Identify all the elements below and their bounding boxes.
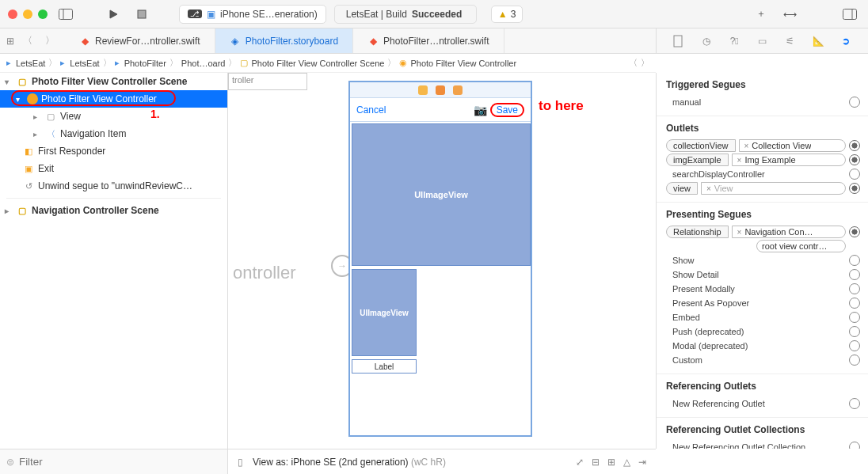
- crumb-item[interactable]: Phot…oard: [181, 59, 226, 68]
- save-button[interactable]: Save: [497, 104, 518, 116]
- ref-outlet-new[interactable]: New Referencing Outlet: [666, 396, 860, 411]
- identity-inspector-tab[interactable]: ▭: [754, 33, 770, 49]
- outline-exit-row[interactable]: ▣ Exit: [0, 160, 227, 177]
- view-controller-canvas[interactable]: Cancel 📷 Save UIImageView UIImageView La…: [348, 81, 532, 437]
- size-inspector-tab[interactable]: 📐: [810, 33, 826, 49]
- connection-socket[interactable]: [849, 169, 860, 180]
- uiimageview-main[interactable]: UIImageView: [352, 123, 531, 266]
- scheme-selector[interactable]: ⎇ ▣ iPhone SE…eneration): [179, 5, 326, 24]
- connection-socket[interactable]: [849, 326, 860, 337]
- connection-socket[interactable]: [849, 97, 860, 108]
- warning-icon: ▲: [498, 9, 508, 20]
- outlet-imgexample[interactable]: imgExample ×Img Example: [666, 153, 860, 167]
- back-button[interactable]: 〈: [19, 32, 36, 50]
- uilabel[interactable]: Label: [352, 359, 417, 374]
- presenting-presentpopover[interactable]: Present As Popover: [666, 296, 860, 310]
- help-inspector-tab[interactable]: ?⃝: [726, 33, 742, 49]
- camera-icon[interactable]: 📷: [474, 104, 487, 116]
- connections-inspector-tab[interactable]: ➲: [838, 33, 854, 49]
- exit-dock-icon[interactable]: [453, 85, 463, 95]
- library-button[interactable]: [839, 6, 860, 23]
- connection-socket[interactable]: [849, 183, 860, 194]
- presenting-relationship[interactable]: Relationship ×Navigation Con…: [666, 225, 860, 239]
- forward-button[interactable]: 〉: [41, 32, 59, 50]
- outline-scene-row[interactable]: ▾ ▢ Photo Filter View Controller Scene: [0, 73, 227, 90]
- section-title: Outlets: [666, 123, 860, 134]
- attributes-inspector-tab[interactable]: ⚟: [782, 33, 798, 49]
- code-review-button[interactable]: ⟷: [779, 6, 800, 23]
- presenting-embed[interactable]: Embed: [666, 310, 860, 324]
- embed-button[interactable]: ⇥: [638, 457, 646, 468]
- crumb-item[interactable]: LetsEat: [70, 59, 99, 68]
- connection-socket[interactable]: [849, 398, 860, 409]
- outline-navscene-row[interactable]: ▸ ▢ Navigation Controller Scene: [0, 202, 227, 219]
- device-config-icon[interactable]: ▯: [238, 457, 243, 468]
- close-window-button[interactable]: [8, 9, 17, 19]
- outline-unwind-row[interactable]: ↺ Unwind segue to "unwindReviewC…: [0, 177, 227, 195]
- outlet-view[interactable]: view ×View: [666, 181, 860, 195]
- presenting-modal[interactable]: Modal (deprecated): [666, 339, 860, 353]
- interface-builder-canvas[interactable]: troller ontroller → Cancel 📷 Save UIImag…: [228, 73, 656, 449]
- tab-photofilter-controller[interactable]: ◆ PhotoFilter…ntroller.swift: [353, 28, 504, 53]
- warning-count: 3: [511, 9, 516, 20]
- activity-status[interactable]: LetsEat | Build Succeeded: [334, 5, 477, 24]
- align-button[interactable]: ⊟: [592, 457, 600, 468]
- view-as-label[interactable]: View as: iPhone SE (2nd generation) (wC …: [253, 457, 446, 468]
- crumb-item[interactable]: LetsEat: [16, 59, 45, 68]
- connection-socket[interactable]: [849, 269, 860, 280]
- connection-socket[interactable]: [849, 312, 860, 323]
- connection-socket[interactable]: [849, 140, 860, 151]
- add-button[interactable]: ＋: [751, 6, 771, 23]
- presenting-showdetail[interactable]: Show Detail: [666, 267, 860, 282]
- connection-socket[interactable]: [849, 226, 860, 237]
- crumb-item[interactable]: PhotoFilter: [124, 59, 166, 68]
- tab-review-controller[interactable]: ◆ ReviewFor…ntroller.swift: [65, 28, 215, 53]
- history-inspector-tab[interactable]: ◷: [699, 33, 714, 49]
- first-responder-dock-icon[interactable]: [436, 85, 445, 95]
- crumb-item[interactable]: Photo Filter View Controller Scene: [251, 59, 384, 68]
- resolve-button[interactable]: △: [623, 457, 630, 468]
- outlet-collectionview[interactable]: collectionView ×Collection View: [666, 138, 860, 153]
- toggle-navigator-button[interactable]: [55, 6, 76, 23]
- ref-outlet-collection-new[interactable]: New Referencing Outlet Collection: [666, 440, 860, 449]
- outline-vc-row[interactable]: ▾ Photo Filter View Controller: [0, 90, 227, 108]
- crumb-back[interactable]: 〈: [629, 57, 638, 69]
- cancel-button[interactable]: Cancel: [356, 104, 386, 116]
- tab-label: PhotoFilter…ntroller.swift: [383, 36, 489, 47]
- crumb-fwd[interactable]: 〉: [641, 57, 649, 69]
- uiimageview-thumb[interactable]: UIImageView: [352, 269, 417, 356]
- connection-socket[interactable]: [849, 340, 860, 351]
- connection-socket[interactable]: [849, 255, 860, 266]
- crumb-item[interactable]: Photo Filter View Controller: [410, 59, 516, 68]
- traffic-lights: [8, 9, 48, 19]
- tab-photofilter-storyboard[interactable]: ◈ PhotoFilter.storyboard: [215, 28, 353, 53]
- file-inspector-tab[interactable]: [671, 33, 687, 49]
- connection-socket[interactable]: [849, 283, 860, 294]
- presenting-show[interactable]: Show: [666, 253, 860, 267]
- pin-button[interactable]: ⊞: [607, 457, 615, 468]
- outline-first-responder-row[interactable]: ◧ First Responder: [0, 142, 227, 160]
- zoom-fit-button[interactable]: ⤢: [576, 457, 584, 468]
- minimize-window-button[interactable]: [23, 9, 32, 19]
- jump-bar[interactable]: ▸LetsEat〉 ▸LetsEat〉 ▸PhotoFilter〉 Phot…o…: [0, 54, 656, 73]
- vc-dock-icon[interactable]: [418, 85, 428, 95]
- stop-button[interactable]: [131, 6, 152, 23]
- connection-socket[interactable]: [849, 442, 860, 449]
- warnings-indicator[interactable]: ▲ 3: [491, 6, 523, 23]
- outline-view-row[interactable]: ▸ ▢ View: [0, 108, 227, 125]
- triggered-manual-row[interactable]: manual: [666, 95, 860, 109]
- run-button[interactable]: [103, 6, 124, 23]
- presenting-presentmodally[interactable]: Present Modally: [666, 282, 860, 296]
- filter-input[interactable]: [19, 456, 221, 468]
- outline-navitem-row[interactable]: ▸ 〈 Navigation Item: [0, 125, 227, 142]
- zoom-window-button[interactable]: [38, 9, 48, 19]
- connection-socket[interactable]: [849, 298, 860, 309]
- related-items-icon[interactable]: ⊞: [6, 36, 14, 47]
- connection-socket[interactable]: [849, 355, 860, 366]
- connection-socket[interactable]: [849, 154, 860, 165]
- storyboard-file-icon: ◈: [230, 36, 241, 47]
- presenting-custom[interactable]: Custom: [666, 353, 860, 367]
- scene-dock[interactable]: [350, 82, 531, 98]
- presenting-push[interactable]: Push (deprecated): [666, 324, 860, 339]
- outlet-searchdisplay[interactable]: searchDisplayController: [666, 167, 860, 181]
